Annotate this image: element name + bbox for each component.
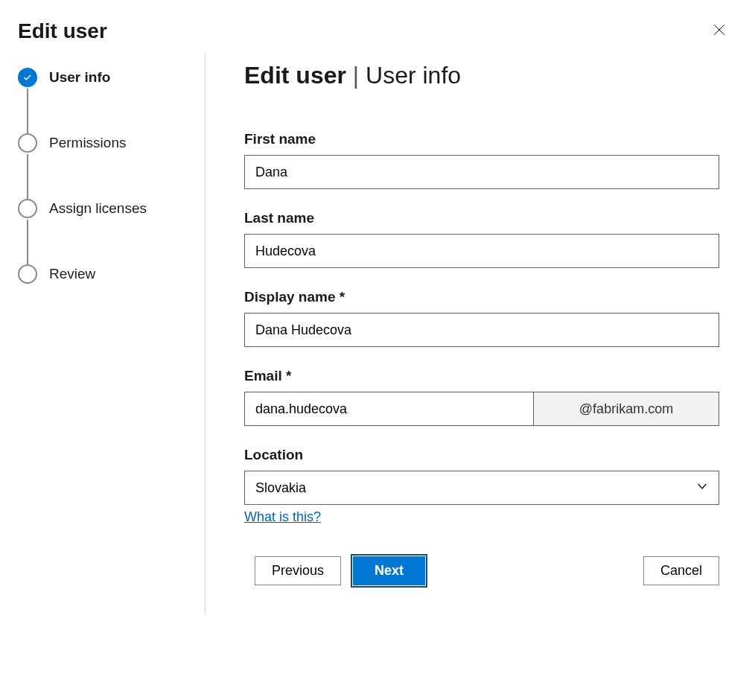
step-assign-licenses[interactable]: Assign licenses — [18, 199, 187, 264]
wizard-stepper: User info Permissions Assign licenses Re… — [18, 53, 206, 615]
first-name-input[interactable] — [244, 155, 719, 189]
email-label: Email * — [244, 368, 719, 384]
first-name-label: First name — [244, 131, 719, 147]
step-label: User info — [49, 69, 110, 86]
location-select[interactable]: Slovakia — [244, 471, 719, 505]
step-indicator-icon — [18, 199, 37, 218]
cancel-button[interactable]: Cancel — [643, 556, 719, 585]
email-domain-display: @fabrikam.com — [533, 392, 719, 426]
step-indicator-icon — [18, 133, 37, 153]
last-name-input[interactable] — [244, 234, 719, 268]
step-permissions[interactable]: Permissions — [18, 133, 187, 199]
display-name-label: Display name * — [244, 289, 719, 305]
display-name-input[interactable] — [244, 313, 719, 347]
content-title: Edit user | User info — [244, 62, 719, 89]
panel-title: Edit user — [18, 19, 107, 43]
step-label: Permissions — [49, 135, 126, 151]
next-button[interactable]: Next — [353, 556, 425, 585]
step-label: Assign licenses — [49, 200, 147, 217]
location-help-link[interactable]: What is this? — [244, 509, 321, 525]
step-label: Review — [49, 266, 95, 282]
email-local-input[interactable] — [244, 392, 533, 426]
step-user-info[interactable]: User info — [18, 68, 187, 133]
close-icon — [712, 22, 727, 39]
last-name-label: Last name — [244, 210, 719, 226]
location-label: Location — [244, 447, 719, 463]
close-button[interactable] — [707, 18, 731, 44]
step-review[interactable]: Review — [18, 264, 187, 284]
step-indicator-icon — [18, 264, 37, 284]
previous-button[interactable]: Previous — [255, 556, 341, 585]
step-indicator-icon — [18, 68, 37, 87]
